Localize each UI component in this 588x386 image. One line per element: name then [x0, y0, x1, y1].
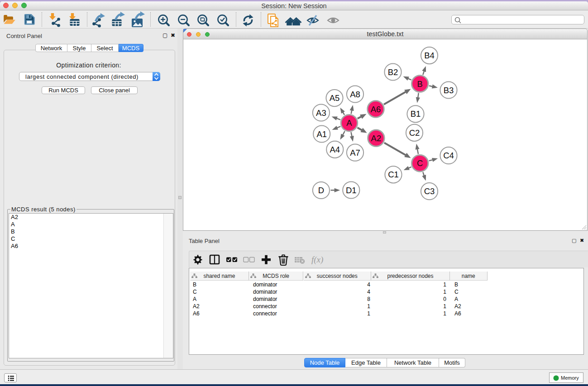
svg-text:A5: A5 [330, 93, 340, 103]
svg-text:B2: B2 [388, 67, 398, 77]
svg-text:D: D [318, 186, 324, 195]
svg-text:C: C [417, 158, 423, 168]
svg-text:A8: A8 [350, 90, 360, 99]
svg-text:A6: A6 [371, 105, 381, 114]
svg-text:A7: A7 [350, 148, 360, 157]
svg-text:f(x): f(x) [311, 255, 323, 265]
svg-text:A4: A4 [330, 145, 340, 154]
svg-text:A1: A1 [316, 129, 327, 139]
svg-text:B3: B3 [444, 86, 454, 95]
svg-text:C2: C2 [409, 128, 420, 138]
svg-text:C4: C4 [443, 151, 454, 160]
svg-text:C1: C1 [388, 170, 399, 179]
svg-text:A2: A2 [371, 133, 382, 143]
svg-text:C3: C3 [424, 186, 435, 196]
svg-text:B4: B4 [424, 51, 435, 60]
svg-text:B: B [417, 79, 423, 89]
svg-text:B1: B1 [411, 109, 421, 119]
svg-text:A3: A3 [316, 108, 326, 118]
svg-text:D1: D1 [346, 186, 357, 195]
svg-text:A: A [346, 118, 352, 128]
